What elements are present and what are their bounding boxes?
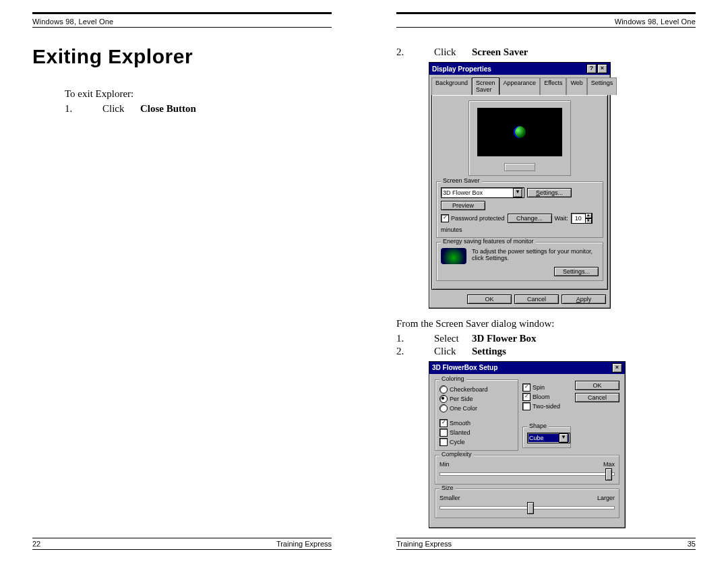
step-target: Settings: [472, 346, 506, 357]
page-left: Windows 98, Level One Exiting Explorer T…: [0, 0, 364, 562]
dialog-button-row: OK Cancel Apply: [429, 292, 610, 308]
step-target: Close Button: [140, 103, 196, 115]
combo-value: 3D Flower Box: [443, 189, 483, 196]
group-size: Size Smaller Larger: [435, 489, 619, 518]
size-slider[interactable]: [439, 501, 615, 513]
step-verb: Select: [434, 333, 472, 344]
chk-twosided[interactable]: Two-sided: [522, 402, 571, 410]
group-shape: Shape Cube ▼: [522, 427, 571, 448]
settings-button[interactable]: Settings...: [527, 188, 572, 197]
display-properties-dialog: Display Properties ? × Background Screen…: [429, 62, 611, 309]
chk-smooth[interactable]: ✓Smooth: [439, 419, 514, 427]
chk-slanted[interactable]: Slanted: [439, 429, 514, 437]
content-right: 2. Click Screen Saver Display Properties…: [396, 28, 696, 538]
mid-text: From the Screen Saver dialog window:: [396, 317, 696, 332]
wait-spinner[interactable]: 10 ▲▼: [571, 213, 593, 224]
password-checkbox[interactable]: ✓Password protected: [441, 214, 505, 222]
shape-combo[interactable]: Cube ▼: [527, 433, 570, 443]
ok-button[interactable]: OK: [575, 381, 619, 390]
rule: [32, 12, 332, 14]
dialog-title: 3D FlowerBox Setup: [432, 364, 497, 371]
step-target: 3D Flower Box: [472, 333, 537, 344]
slider-min-label: Min: [439, 461, 450, 468]
monitor-screen: [477, 108, 562, 156]
group-title: Energy saving features of monitor: [441, 238, 536, 245]
tab-background[interactable]: Background: [431, 77, 472, 95]
wait-value: 10: [572, 215, 585, 222]
step-number: 1.: [65, 103, 102, 115]
group-title: Shape: [527, 423, 549, 429]
group-title: Size: [439, 485, 456, 491]
header-left: Windows 98, Level One: [32, 18, 113, 26]
spin-up-icon[interactable]: ▲: [585, 213, 592, 218]
step-number: 2.: [396, 46, 434, 58]
energy-settings-button[interactable]: Settings...: [554, 267, 599, 276]
step-number: 2.: [396, 346, 434, 357]
footer-page-number: 35: [688, 540, 696, 548]
monitor-stand: [504, 163, 535, 171]
step-verb: Click: [102, 103, 140, 115]
flowerbox-icon: [514, 126, 526, 138]
page-title: Exiting Explorer: [32, 45, 332, 68]
energy-text: To adjust the power settings for your mo…: [472, 248, 599, 255]
chevron-down-icon[interactable]: ▼: [513, 188, 522, 197]
close-icon[interactable]: ×: [612, 363, 622, 373]
cancel-button[interactable]: Cancel: [575, 393, 619, 402]
footer-brand: Training Express: [396, 540, 452, 548]
wait-unit: minutes: [441, 226, 462, 233]
flowerbox-setup-dialog: 3D FlowerBox Setup × Coloring Checkerboa…: [429, 361, 626, 528]
step-row: 2. Click Screen Saver: [396, 46, 696, 58]
change-button[interactable]: Change...: [508, 214, 552, 223]
energystar-icon: [441, 248, 466, 264]
spin-down-icon[interactable]: ▼: [585, 218, 592, 224]
step-row: 1. Select 3D Flower Box: [396, 333, 696, 344]
figure-flowerbox-setup: 3D FlowerBox Setup × Coloring Checkerboa…: [429, 361, 696, 528]
step-number: 1.: [396, 333, 434, 344]
chk-spin[interactable]: ✓Spin: [522, 383, 571, 392]
cancel-button[interactable]: Cancel: [514, 294, 559, 304]
apply-button[interactable]: Apply: [562, 294, 606, 304]
radio-perside[interactable]: Per Side: [439, 395, 514, 403]
tab-appearance[interactable]: Appearance: [499, 77, 541, 95]
help-icon[interactable]: ?: [586, 64, 597, 73]
group-title: Screen Saver: [441, 177, 482, 184]
step-verb: Click: [434, 46, 472, 58]
step-row: 1. Click Close Button: [65, 103, 332, 115]
step-target: Screen Saver: [472, 46, 528, 58]
group-title: Complexity: [439, 451, 474, 458]
dialog-titlebar[interactable]: 3D FlowerBox Setup ×: [429, 362, 625, 374]
intro-text: To exit Explorer:: [65, 87, 332, 102]
preview-button[interactable]: Preview: [441, 201, 485, 210]
screensaver-combo[interactable]: 3D Flower Box ▼: [441, 187, 524, 198]
tab-settings[interactable]: Settings: [587, 77, 617, 95]
radio-onecolor[interactable]: One Color: [439, 404, 514, 412]
close-icon[interactable]: ×: [597, 64, 607, 73]
footer-brand: Training Express: [276, 540, 332, 548]
rule: [396, 12, 696, 14]
rule: [396, 538, 696, 538]
group-energy: Energy saving features of monitor To adj…: [436, 242, 603, 281]
dialog-title: Display Properties: [432, 65, 491, 73]
rule: [396, 549, 696, 550]
rule: [32, 538, 332, 538]
dialog-titlebar[interactable]: Display Properties ? ×: [429, 63, 610, 75]
wait-label: Wait:: [555, 215, 568, 222]
tab-strip: Background Screen Saver Appearance Effec…: [429, 75, 610, 94]
tab-screen-saver[interactable]: Screen Saver: [472, 77, 499, 95]
figure-display-properties: Display Properties ? × Background Screen…: [429, 62, 696, 309]
tab-web[interactable]: Web: [566, 77, 586, 95]
tab-effects[interactable]: Effects: [540, 77, 566, 95]
header-right: Windows 98, Level One: [615, 18, 696, 26]
group-complexity: Complexity Min Max: [435, 455, 619, 485]
checkbox-label: Password protected: [451, 215, 505, 222]
group-screensaver: Screen Saver 3D Flower Box ▼ Settings...…: [436, 181, 603, 238]
chk-bloom[interactable]: ✓Bloom: [522, 393, 571, 401]
tab-body: Screen Saver 3D Flower Box ▼ Settings...…: [431, 94, 608, 290]
chevron-down-icon[interactable]: ▼: [559, 433, 568, 443]
radio-checkerboard[interactable]: Checkerboard: [439, 385, 514, 394]
ok-button[interactable]: OK: [467, 294, 512, 304]
complexity-slider[interactable]: [439, 468, 615, 480]
chk-cycle[interactable]: Cycle: [439, 438, 514, 446]
rule: [32, 549, 332, 550]
content-left: Exiting Explorer To exit Explorer: 1. Cl…: [32, 28, 332, 538]
